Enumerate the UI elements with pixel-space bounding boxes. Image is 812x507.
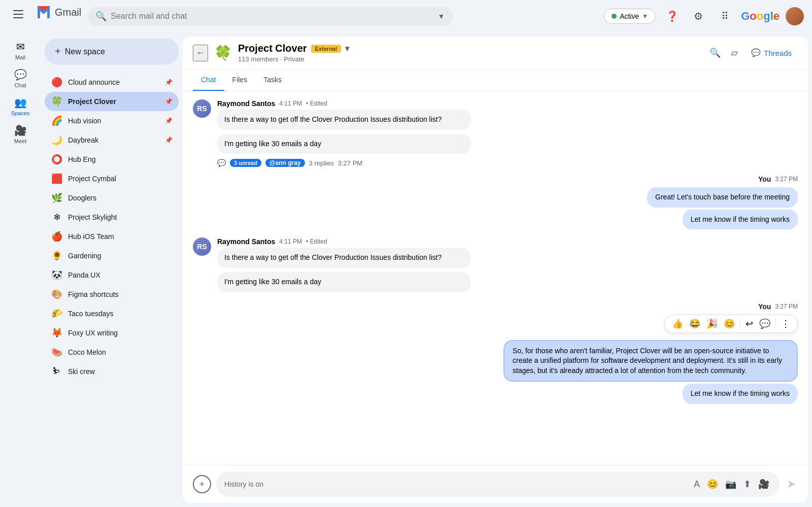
tab-tasks[interactable]: Tasks — [255, 70, 290, 91]
nav-chat[interactable]: 💬 Chat — [0, 64, 41, 92]
reaction-reply[interactable]: ↩ — [743, 317, 755, 330]
sidebar-item-daybreak[interactable]: 🌙 Daybreak 📌 — [45, 130, 179, 150]
sender-name-1: Raymond Santos — [217, 99, 275, 108]
add-attachment-button[interactable]: + — [193, 475, 211, 493]
panda-ux-name: Panda UX — [68, 271, 173, 279]
reaction-bar: 👍 😂 🎉 😊 ↩ 💬 ⋮ — [664, 315, 798, 333]
title-chevron-icon[interactable]: ▾ — [345, 44, 349, 53]
thread-preview-1[interactable]: 💬 3 unread @ann gray 3 replies 3:27 PM — [217, 159, 798, 167]
header-title-row: Project Clover External ▾ — [238, 43, 700, 54]
search-bar[interactable]: 🔍 ▼ — [87, 7, 453, 26]
left-nav: ✉ Mail 💬 Chat 👥 Spaces 🎥 Meet — [0, 32, 41, 507]
sidebar-item-ski[interactable]: ⛷ Ski crew — [45, 362, 179, 381]
dooglers-emoji: 🌿 — [51, 192, 63, 204]
search-chat-button[interactable]: 🔍 — [706, 44, 724, 61]
search-dropdown-icon[interactable]: ▼ — [437, 12, 445, 20]
project-skylight-name: Project Skylight — [68, 213, 173, 221]
edited-tag-2: • Edited — [306, 238, 327, 245]
message-group-1: RS Raymond Santos 4:11 PM • Edited Is th… — [193, 99, 798, 167]
nav-mail[interactable]: ✉ Mail — [0, 37, 41, 64]
hub-vision-emoji: 🌈 — [51, 115, 63, 126]
status-label: Active — [620, 12, 639, 20]
taco-emoji: 🌮 — [51, 308, 63, 319]
threads-button[interactable]: 💬 Threads — [745, 45, 798, 60]
status-dot — [612, 14, 617, 19]
ski-name: Ski crew — [68, 367, 173, 376]
sidebar-item-hub-ios[interactable]: 🍎 Hub iOS Team — [45, 227, 179, 246]
top-right-actions: Active ▼ ❓ ⚙ ⠿ Google — [604, 6, 804, 26]
cloud-announce-name: Cloud announce — [68, 78, 160, 86]
sent-bubble-2-highlighted: So, for those who aren't familiar, Proje… — [503, 340, 798, 382]
status-button[interactable]: Active ▼ — [604, 9, 656, 24]
settings-button[interactable]: ⚙ — [688, 6, 708, 26]
sidebar-item-dooglers[interactable]: 🌿 Dooglers — [45, 188, 179, 208]
send-button[interactable]: ➤ — [785, 476, 798, 493]
external-badge: External — [311, 45, 341, 53]
toggle-panel-button[interactable]: ▱ — [728, 44, 741, 61]
sent-time-1: 3:27 PM — [775, 176, 798, 183]
hub-ios-emoji: 🍎 — [51, 231, 63, 242]
format-text-button[interactable]: A — [692, 477, 702, 492]
project-cymbal-emoji: 🟥 — [51, 173, 63, 184]
message-group-2: RS Raymond Santos 4:11 PM • Edited Is th… — [193, 238, 798, 294]
sidebar-item-hub-vision[interactable]: 🌈 Hub vision 📌 — [45, 111, 179, 130]
sidebar-item-taco[interactable]: 🌮 Taco tuesdays — [45, 304, 179, 323]
reaction-more[interactable]: ⋮ — [779, 317, 792, 330]
reaction-laugh[interactable]: 😂 — [687, 317, 702, 330]
mail-icon: ✉ — [16, 41, 25, 53]
back-button[interactable]: ← — [193, 45, 208, 61]
user-avatar[interactable] — [786, 7, 804, 25]
dooglers-name: Dooglers — [68, 194, 173, 202]
meet-button[interactable]: 🎥 — [756, 477, 771, 492]
nav-spaces[interactable]: 👥 Spaces — [0, 92, 41, 120]
apps-button[interactable]: ⠿ — [715, 6, 735, 26]
tab-chat[interactable]: Chat — [193, 70, 224, 91]
message-bubbles-1: Is there a way to get off the Clover Pro… — [217, 110, 798, 156]
sent-meta-2: You 3:27 PM — [758, 302, 798, 311]
sidebar-item-foxy[interactable]: 🦊 Foxy UX writing — [45, 323, 179, 343]
project-clover-name: Project Clover — [68, 97, 160, 106]
sidebar-item-panda-ux[interactable]: 🐼 Panda UX — [45, 265, 179, 285]
message-time-2: 4:11 PM — [279, 238, 302, 245]
chat-icon: 💬 — [14, 69, 27, 81]
reaction-smile[interactable]: 😊 — [722, 317, 737, 330]
new-space-button[interactable]: + New space — [45, 39, 179, 64]
sidebar-item-cloud-announce[interactable]: 🔴 Cloud announce 📌 — [45, 73, 179, 92]
threads-icon: 💬 — [751, 48, 761, 57]
tab-files[interactable]: Files — [224, 70, 256, 91]
search-input[interactable] — [111, 12, 433, 21]
sidebar-item-project-cymbal[interactable]: 🟥 Project Cymbal — [45, 169, 179, 188]
search-icon: 🔍 — [95, 11, 107, 22]
sent-group-1: You 3:27 PM Great! Let's touch base befo… — [193, 175, 798, 229]
nav-meet[interactable]: 🎥 Meet — [0, 120, 41, 148]
google-logo: Google — [741, 10, 780, 23]
reaction-divider-1 — [740, 319, 740, 329]
taco-name: Taco tuesdays — [68, 310, 173, 318]
panda-ux-emoji: 🐼 — [51, 269, 63, 281]
sidebar-item-figma[interactable]: 🎨 Figma shortcuts — [45, 285, 179, 304]
reaction-thumbsup[interactable]: 👍 — [670, 317, 685, 330]
sidebar-item-hub-eng[interactable]: ⭕ Hub Eng — [45, 150, 179, 169]
header-subtitle: 113 members · Private — [238, 55, 700, 63]
pin-icon-daybreak: 📌 — [165, 137, 173, 144]
daybreak-emoji: 🌙 — [51, 134, 63, 146]
upload-button[interactable]: ⬆ — [741, 477, 753, 492]
foxy-name: Foxy UX writing — [68, 329, 173, 337]
threads-label: Threads — [764, 49, 792, 57]
spaces-sidebar: + New space 🔴 Cloud announce 📌 🍀 Project… — [41, 32, 183, 507]
input-container[interactable]: History is on A 😊 📷 ⬆ 🎥 — [216, 471, 780, 497]
messages-area: RS Raymond Santos 4:11 PM • Edited Is th… — [183, 91, 808, 465]
emoji-button[interactable]: 😊 — [705, 477, 720, 492]
reaction-party[interactable]: 🎉 — [704, 317, 720, 330]
sidebar-item-gardening[interactable]: 🌻 Gardening — [45, 246, 179, 265]
sidebar-item-project-skylight[interactable]: ❄ Project Skylight — [45, 208, 179, 227]
video-button[interactable]: 📷 — [723, 477, 738, 492]
reaction-divider-2 — [775, 319, 776, 329]
sidebar-item-coco[interactable]: 🍉 Coco Melon — [45, 343, 179, 362]
help-button[interactable]: ❓ — [662, 6, 682, 26]
sent-bubble-1b: Let me know if the timing works — [683, 210, 798, 230]
reaction-thread[interactable]: 💬 — [757, 317, 772, 330]
sidebar-item-project-clover[interactable]: 🍀 Project Clover 📌 — [45, 92, 179, 111]
new-space-label: New space — [65, 47, 105, 56]
hamburger-menu[interactable] — [8, 4, 28, 24]
